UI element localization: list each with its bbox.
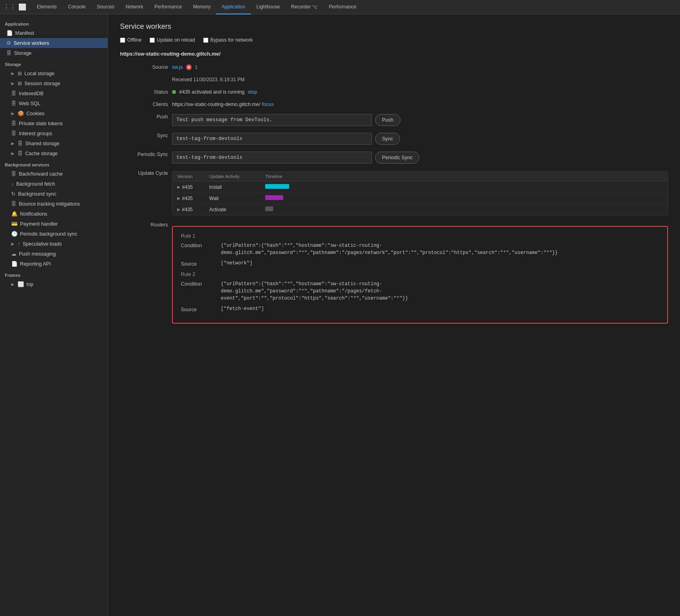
back-forward-icon: 🗄 bbox=[11, 171, 16, 177]
version-arrow-install: ▶ bbox=[177, 185, 180, 189]
update-cycle-row-activate: ▶ #435 Activate bbox=[172, 204, 668, 215]
tab-lighthouse[interactable]: Lighthouse bbox=[251, 0, 286, 14]
update-cycle-row-wait: ▶ #435 Wait bbox=[172, 193, 668, 204]
update-on-reload-label: Update on reload bbox=[157, 37, 195, 43]
sidebar-item-private-state[interactable]: 🗄 Private state tokens bbox=[0, 118, 108, 128]
sync-button[interactable]: Sync bbox=[375, 133, 400, 145]
update-cycle-header: Version Update Activity Timeline bbox=[172, 172, 668, 182]
rule1-condition-row: Condition {"urlPattern":{"hash":"*","hos… bbox=[181, 242, 659, 256]
tab-perf2[interactable]: Performance bbox=[323, 0, 362, 14]
notifications-icon: 🔔 bbox=[11, 211, 18, 217]
status-text: #435 activated and is running bbox=[179, 89, 244, 95]
clients-url: https://sw-static-routing-demo.glitch.me… bbox=[172, 102, 260, 107]
expand-arrow-local: ▶ bbox=[11, 71, 14, 76]
offline-checkbox-label[interactable]: Offline bbox=[120, 37, 142, 43]
sidebar-item-cookies[interactable]: ▶ 🍪 Cookies bbox=[0, 108, 108, 118]
sidebar-item-reporting-api[interactable]: 📄 Reporting API bbox=[0, 259, 108, 269]
offline-checkbox[interactable] bbox=[120, 38, 125, 43]
tab-recorder[interactable]: Recorder ⌥ bbox=[286, 0, 324, 14]
sync-input[interactable] bbox=[172, 133, 372, 145]
dock-icon[interactable]: ⬜ bbox=[18, 3, 26, 11]
sidebar-item-interest-groups[interactable]: 🗄 Interest groups bbox=[0, 128, 108, 138]
timeline-wait bbox=[265, 195, 663, 201]
reporting-api-icon: 📄 bbox=[11, 261, 18, 267]
sidebar-item-session-storage[interactable]: ▶ ⊞ Session storage bbox=[0, 78, 108, 88]
timeline-activate bbox=[265, 206, 663, 212]
sidebar-item-frames-top[interactable]: ▶ ⬜ top bbox=[0, 279, 108, 289]
routers-value: Rule 1 Condition {"urlPattern":{"hash":"… bbox=[172, 220, 668, 324]
sidebar-item-service-workers[interactable]: ⚙ Service workers bbox=[0, 38, 108, 48]
status-stop-link[interactable]: stop bbox=[248, 89, 257, 95]
sidebar-item-payment-handler[interactable]: 💳 Payment handler bbox=[0, 219, 108, 229]
sidebar-item-storage-main[interactable]: 🗄 Storage bbox=[0, 48, 108, 58]
sidebar-websql-label: Web SQL bbox=[19, 101, 40, 106]
source-error-num[interactable]: 1 bbox=[195, 64, 198, 70]
sidebar-cookies-label: Cookies bbox=[26, 111, 44, 116]
sidebar-item-shared-storage[interactable]: ▶ 🗄 Shared storage bbox=[0, 138, 108, 148]
offline-label: Offline bbox=[127, 37, 142, 43]
push-input[interactable] bbox=[172, 114, 372, 126]
update-on-reload-checkbox[interactable] bbox=[150, 38, 155, 43]
update-cycle-table: Version Update Activity Timeline ▶ #435 … bbox=[172, 171, 668, 215]
expand-arrow-cookies: ▶ bbox=[11, 111, 14, 116]
sidebar-item-bg-sync[interactable]: ↻ Background sync bbox=[0, 189, 108, 199]
sidebar-notifications-label: Notifications bbox=[20, 211, 47, 217]
sidebar-item-websql[interactable]: 🗄 Web SQL bbox=[0, 98, 108, 108]
version-num-activate: #435 bbox=[182, 207, 193, 212]
sidebar-item-indexeddb[interactable]: 🗄 IndexedDB bbox=[0, 88, 108, 98]
sidebar-storage-label: Storage bbox=[14, 50, 32, 56]
push-button[interactable]: Push bbox=[375, 114, 400, 126]
sidebar-reporting-api-label: Reporting API bbox=[20, 261, 51, 267]
section-application: Application bbox=[0, 18, 108, 28]
frames-top-icon: ⬜ bbox=[18, 281, 24, 287]
sidebar-item-push-messaging[interactable]: ☁ Push messaging bbox=[0, 249, 108, 259]
activity-install: Install bbox=[209, 184, 265, 190]
update-on-reload-checkbox-label[interactable]: Update on reload bbox=[150, 37, 195, 43]
source-file-link[interactable]: sw.js bbox=[172, 64, 183, 70]
sidebar-item-cache-storage[interactable]: ▶ 🗄 Cache storage bbox=[0, 148, 108, 158]
sidebar-item-notifications[interactable]: 🔔 Notifications bbox=[0, 209, 108, 219]
indexeddb-icon: 🗄 bbox=[11, 90, 16, 96]
tab-sources[interactable]: Sources bbox=[91, 0, 120, 14]
tab-network[interactable]: Network bbox=[120, 0, 149, 14]
bypass-for-network-checkbox[interactable] bbox=[203, 38, 208, 43]
tab-application[interactable]: Application bbox=[216, 0, 251, 14]
version-arrow-wait: ▶ bbox=[177, 196, 180, 200]
push-input-row: Push bbox=[172, 114, 668, 126]
source-label: Source bbox=[120, 62, 168, 70]
tab-console[interactable]: Console bbox=[62, 0, 91, 14]
interest-groups-icon: 🗄 bbox=[11, 130, 16, 136]
bypass-for-network-checkbox-label[interactable]: Bypass for network bbox=[203, 37, 253, 43]
sidebar-item-periodic-bg-sync[interactable]: 🕐 Periodic background sync bbox=[0, 229, 108, 239]
sidebar-item-speculative-loads[interactable]: ▶ ↑ Speculative loads bbox=[0, 239, 108, 249]
devtools-icon[interactable]: ⋮⋮ bbox=[3, 3, 16, 11]
sidebar-item-local-storage[interactable]: ▶ ⊞ Local storage bbox=[0, 68, 108, 78]
periodic-sync-input[interactable] bbox=[172, 152, 372, 164]
bar-activate bbox=[265, 206, 273, 211]
tab-memory[interactable]: Memory bbox=[188, 0, 216, 14]
tab-elements[interactable]: Elements bbox=[31, 0, 62, 14]
sidebar-item-bg-fetch[interactable]: ↓ Background fetch bbox=[0, 179, 108, 189]
sidebar-item-manifest[interactable]: 📄 Manifest bbox=[0, 28, 108, 38]
tab-performance[interactable]: Performance bbox=[149, 0, 188, 14]
shared-storage-icon: 🗄 bbox=[18, 140, 23, 146]
activity-activate: Activate bbox=[209, 207, 265, 212]
cache-storage-icon: 🗄 bbox=[18, 150, 23, 156]
sidebar-session-storage-label: Session storage bbox=[24, 81, 60, 86]
version-cell-435-install: ▶ #435 bbox=[177, 184, 209, 190]
rule2-source-row: Source ["fetch-event"] bbox=[181, 306, 659, 312]
clients-focus-link[interactable]: focus bbox=[262, 102, 274, 107]
local-storage-icon: ⊞ bbox=[18, 70, 22, 76]
update-cycle-label: Update Cycle bbox=[120, 168, 168, 176]
sidebar-item-bounce-tracking[interactable]: 🗄 Bounce tracking mitigations bbox=[0, 199, 108, 209]
sidebar-back-forward-label: Back/forward cache bbox=[19, 171, 63, 177]
periodic-sync-button[interactable]: Periodic Sync bbox=[375, 152, 419, 164]
sidebar-private-state-label: Private state tokens bbox=[19, 121, 63, 126]
status-row: #435 activated and is running stop bbox=[172, 89, 668, 95]
source-error-icon: ✕ bbox=[186, 64, 192, 70]
tab-bar: ⋮⋮ ⬜ Elements Console Sources Network Pe… bbox=[0, 0, 680, 14]
sidebar-item-back-forward[interactable]: 🗄 Back/forward cache bbox=[0, 169, 108, 179]
version-num-install: #435 bbox=[182, 184, 193, 190]
version-num-wait: #435 bbox=[182, 196, 193, 201]
push-messaging-icon: ☁ bbox=[11, 251, 16, 257]
